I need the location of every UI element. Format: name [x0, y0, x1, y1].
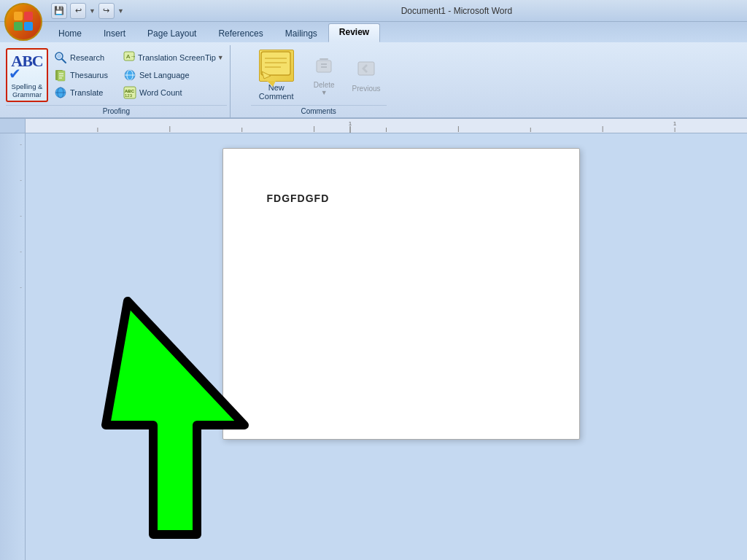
checkmark-icon: ✔: [9, 65, 21, 82]
office-button[interactable]: [4, 3, 42, 41]
svg-rect-32: [358, 62, 374, 75]
svg-text:A→: A→: [126, 53, 136, 60]
translation-screentip-button[interactable]: A→ Translation ScreenTip ▼: [120, 50, 227, 66]
translate-icon: [54, 86, 67, 99]
proofing-group-content: ABC ✔ Spelling & Grammar: [6, 47, 227, 104]
delete-arrow: ▼: [321, 89, 328, 96]
research-button[interactable]: Research: [51, 50, 111, 66]
thesaurus-icon: [54, 69, 67, 82]
comments-content: New Comment Delete ▼: [251, 47, 387, 104]
spelling-grammar-button[interactable]: ABC ✔ Spelling & Grammar: [6, 48, 48, 103]
spelling-grammar-label: Spelling & Grammar: [12, 82, 43, 99]
abc-check-icon: ABC ✔: [9, 52, 45, 81]
undo-button[interactable]: ↩: [70, 3, 86, 19]
tab-home[interactable]: Home: [47, 25, 93, 42]
proofing-small-buttons: Research Thesaurus: [51, 50, 111, 101]
thesaurus-label: Thesaurus: [70, 71, 108, 79]
new-comment-icon: [259, 50, 294, 82]
proofing-group-label: Proofing: [6, 105, 227, 117]
proofing-right-buttons: A→ Translation ScreenTip ▼ Set Lang: [120, 50, 227, 101]
svg-rect-0: [14, 12, 23, 20]
translation-screentip-label: Translation ScreenTip: [138, 53, 216, 62]
document-page[interactable]: FDGFDGFD: [222, 148, 580, 440]
previous-label: Previous: [352, 85, 381, 93]
repeat-button[interactable]: ↪: [98, 3, 115, 19]
ruler-side: [0, 119, 26, 133]
translation-screentip-arrow: ▼: [217, 54, 224, 61]
svg-line-5: [62, 59, 66, 63]
svg-text:1: 1: [349, 120, 352, 127]
svg-text:123: 123: [125, 93, 133, 98]
research-label: Research: [70, 53, 104, 62]
svg-text:1: 1: [673, 120, 677, 127]
document-title: Document1 - Microsoft Word: [128, 6, 741, 16]
set-language-label: Set Language: [139, 71, 190, 79]
svg-rect-2: [14, 22, 23, 31]
ruler-main: L 1 1: [26, 119, 747, 133]
set-language-button[interactable]: Set Language: [120, 67, 227, 83]
sidebar-left: - - - - -: [0, 133, 26, 560]
document-area: FDGFDGFD: [26, 133, 747, 560]
comments-group-label: Comments: [251, 105, 387, 117]
svg-point-6: [57, 54, 61, 58]
tab-page-layout[interactable]: Page Layout: [136, 25, 207, 42]
svg-rect-28: [317, 61, 331, 72]
delete-icon: [314, 55, 334, 79]
translate-label: Translate: [70, 88, 103, 97]
document-content: FDGFDGFD: [267, 192, 535, 204]
tab-review[interactable]: Review: [328, 23, 380, 42]
ribbon-content: ABC ✔ Spelling & Grammar: [0, 42, 747, 119]
previous-comment-button[interactable]: Previous: [347, 57, 387, 94]
svg-rect-3: [24, 22, 33, 31]
translate-button[interactable]: Translate: [51, 85, 111, 101]
new-comment-button[interactable]: New Comment: [251, 47, 302, 104]
delete-label: Delete: [314, 81, 335, 89]
ruler-area: L 1 1: [0, 119, 747, 133]
svg-rect-23: [261, 52, 290, 75]
main-area: - - - - - FDGFDGFD: [0, 133, 747, 560]
office-logo: [12, 10, 34, 34]
comments-group: New Comment Delete ▼: [245, 45, 392, 117]
tab-references[interactable]: References: [207, 25, 274, 42]
tab-insert[interactable]: Insert: [93, 25, 136, 42]
thesaurus-button[interactable]: Thesaurus: [51, 67, 111, 83]
save-button[interactable]: 💾: [51, 3, 67, 19]
title-bar: 💾 ↩ ▼ ↪ ▼ Document1 - Microsoft Word: [0, 0, 747, 22]
previous-icon: [356, 58, 376, 83]
new-comment-label: New Comment: [259, 83, 294, 101]
quick-access-toolbar: 💾 ↩ ▼ ↪ ▼: [51, 3, 124, 19]
translation-screentip-icon: A→: [123, 51, 136, 64]
ribbon-tab-row: Home Insert Page Layout References Maili…: [0, 22, 747, 42]
research-icon: [54, 51, 67, 64]
word-count-icon: ABC 123: [123, 86, 136, 99]
word-count-button[interactable]: ABC 123 Word Count: [120, 85, 227, 101]
word-count-label: Word Count: [139, 88, 182, 97]
page-numbers: - - - - -: [20, 141, 22, 290]
svg-rect-1: [24, 12, 33, 20]
proofing-group: ABC ✔ Spelling & Grammar: [3, 45, 231, 117]
delete-comment-button[interactable]: Delete ▼: [308, 53, 341, 98]
tab-mailings[interactable]: Mailings: [274, 25, 328, 42]
set-language-icon: [123, 69, 136, 82]
